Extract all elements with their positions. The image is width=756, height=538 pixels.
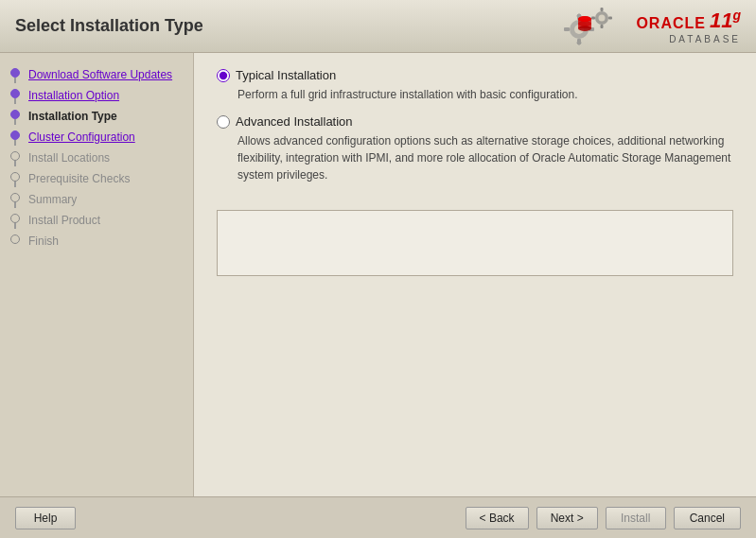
- radio-advanced[interactable]: [217, 115, 230, 129]
- cancel-button[interactable]: Cancel: [674, 507, 741, 529]
- radio-option-typical[interactable]: Typical Installation Perform a full grid…: [217, 68, 733, 103]
- bottom-bar: Help < Back Next > Install Cancel: [0, 496, 756, 538]
- sidebar-label-installation-type: Installation Type: [28, 107, 185, 125]
- step-dot-install-product: [10, 214, 20, 223]
- sidebar-label-download[interactable]: Download Software Updates: [28, 65, 185, 83]
- step-dot-type: [10, 110, 20, 119]
- sidebar-item-cluster-configuration[interactable]: Cluster Configuration: [0, 127, 193, 148]
- radio-option-advanced[interactable]: Advanced Installation Allows advanced co…: [217, 114, 733, 183]
- back-button[interactable]: < Back: [466, 507, 529, 529]
- radio-typical-description: Perform a full grid infrastructure insta…: [237, 86, 733, 103]
- step-dot-finish: [10, 234, 20, 244]
- step-icon-col-download: [8, 65, 23, 83]
- bottom-left: Help: [15, 507, 76, 529]
- step-dot-option: [10, 89, 20, 98]
- step-dot-prereq: [10, 172, 20, 182]
- svg-point-20: [578, 16, 591, 22]
- sidebar-item-summary: Summary: [0, 189, 193, 210]
- sidebar-item-install-locations: Install Locations: [0, 148, 193, 168]
- step-icon-col-finish: [8, 232, 23, 244]
- svg-rect-13: [601, 25, 604, 28]
- svg-rect-4: [564, 27, 570, 31]
- step-icon-col-install-product: [8, 211, 23, 229]
- step-dot-download: [10, 68, 20, 78]
- sidebar-item-installation-type: Installation Type: [0, 106, 193, 127]
- sidebar-item-download[interactable]: Download Software Updates: [0, 64, 193, 85]
- step-icon-col-type: [8, 107, 23, 125]
- radio-label-typical[interactable]: Typical Installation: [217, 68, 733, 82]
- svg-point-11: [599, 14, 606, 21]
- radio-advanced-text: Advanced Installation: [236, 114, 353, 129]
- step-icon-col-option: [8, 86, 23, 104]
- sidebar-item-installation-option[interactable]: Installation Option: [0, 85, 193, 106]
- main-layout: Download Software Updates Installation O…: [0, 53, 756, 496]
- content-area: Typical Installation Perform a full grid…: [194, 53, 756, 496]
- content-textarea[interactable]: [217, 210, 733, 276]
- sidebar-label-install-locations: Install Locations: [28, 148, 185, 166]
- sidebar-item-install-product: Install Product: [0, 210, 193, 231]
- sidebar-label-installation-option[interactable]: Installation Option: [28, 86, 185, 104]
- next-button[interactable]: Next >: [536, 507, 598, 529]
- page-title: Select Installation Type: [15, 16, 203, 36]
- sidebar: Download Software Updates Installation O…: [0, 53, 194, 496]
- radio-advanced-description: Allows advanced configuration options su…: [237, 132, 733, 183]
- bottom-right: < Back Next > Install Cancel: [466, 507, 741, 529]
- radio-label-advanced[interactable]: Advanced Installation: [217, 114, 733, 129]
- sidebar-label-summary: Summary: [28, 190, 185, 208]
- sidebar-item-finish: Finish: [0, 231, 193, 252]
- oracle-brand: ORACLE 11g DATABASE: [636, 8, 741, 43]
- oracle-db-text: DATABASE: [669, 34, 741, 44]
- sidebar-label-cluster-configuration[interactable]: Cluster Configuration: [28, 128, 185, 146]
- step-dot-cluster: [10, 130, 20, 140]
- svg-rect-12: [601, 8, 604, 11]
- install-button[interactable]: Install: [606, 507, 666, 529]
- oracle-version: 11g: [710, 8, 741, 33]
- step-icon-col-summary: [8, 190, 23, 208]
- step-dot-locations: [10, 151, 20, 161]
- sidebar-item-prerequisite-checks: Prerequisite Checks: [0, 168, 193, 189]
- sidebar-label-prerequisite-checks: Prerequisite Checks: [28, 169, 185, 187]
- header: Select Installation Type: [0, 0, 756, 53]
- step-dot-summary: [10, 193, 20, 202]
- step-icon-col-locations: [8, 148, 23, 166]
- gear-icon: [553, 3, 628, 50]
- svg-rect-14: [591, 16, 595, 19]
- step-icon-col-cluster: [8, 128, 23, 146]
- radio-typical-text: Typical Installation: [236, 68, 336, 82]
- oracle-logo: ORACLE 11g DATABASE: [553, 3, 741, 50]
- radio-typical[interactable]: [217, 69, 230, 82]
- svg-rect-15: [608, 16, 612, 19]
- sidebar-steps: Download Software Updates Installation O…: [0, 64, 193, 252]
- step-icon-col-prereq: [8, 169, 23, 187]
- sidebar-label-install-product: Install Product: [28, 211, 185, 229]
- sidebar-label-finish: Finish: [28, 232, 185, 250]
- oracle-text: ORACLE: [636, 15, 706, 32]
- help-button[interactable]: Help: [15, 507, 76, 529]
